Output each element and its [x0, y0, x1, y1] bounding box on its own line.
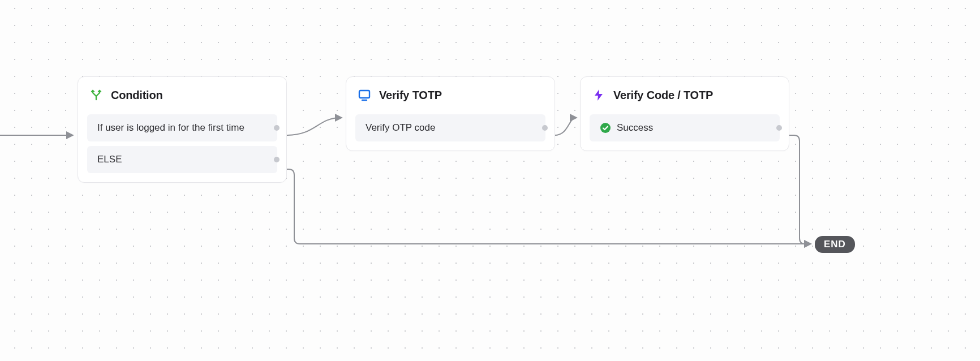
node-verify-code-totp[interactable]: Verify Code / TOTP Success: [580, 76, 789, 151]
condition-row-else[interactable]: ELSE: [87, 146, 277, 173]
output-port[interactable]: [274, 125, 280, 131]
svg-point-2: [600, 123, 611, 133]
node-title: Verify TOTP: [379, 89, 442, 102]
node-header: Condition: [87, 86, 277, 110]
verify-totp-row[interactable]: Verify OTP code: [355, 114, 545, 141]
lightning-icon: [592, 88, 605, 102]
row-label: Verify OTP code: [366, 122, 435, 134]
output-port[interactable]: [542, 125, 548, 131]
svg-rect-0: [359, 91, 369, 98]
check-circle-icon: [600, 122, 611, 134]
output-port[interactable]: [776, 125, 782, 131]
row-label: If user is logged in for the first time: [97, 122, 244, 134]
end-badge: END: [815, 236, 855, 253]
branch-icon: [89, 88, 103, 102]
node-header: Verify Code / TOTP: [590, 86, 780, 110]
row-label: ELSE: [97, 154, 122, 165]
flow-canvas[interactable]: Condition If user is logged in for the f…: [0, 0, 980, 361]
end-label: END: [824, 239, 846, 250]
monitor-icon: [358, 88, 371, 102]
node-verify-totp[interactable]: Verify TOTP Verify OTP code: [346, 76, 555, 151]
row-label: Success: [617, 122, 653, 134]
node-header: Verify TOTP: [355, 86, 545, 110]
node-title: Verify Code / TOTP: [613, 89, 713, 102]
verify-code-row-success[interactable]: Success: [590, 114, 780, 141]
condition-row-if[interactable]: If user is logged in for the first time: [87, 114, 277, 141]
node-condition[interactable]: Condition If user is logged in for the f…: [78, 76, 287, 183]
output-port[interactable]: [274, 157, 280, 162]
node-title: Condition: [111, 89, 163, 102]
